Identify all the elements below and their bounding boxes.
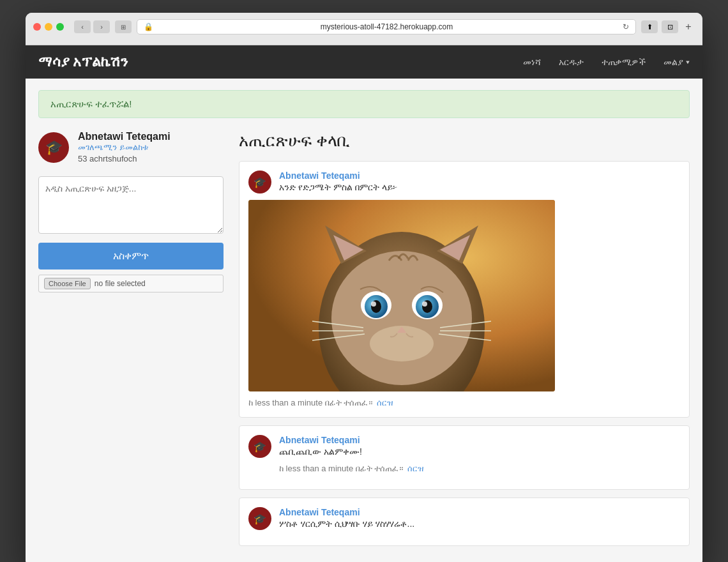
post-header-1: 🎓 Abnetawi Teteqami አንድ የድጋሜት ምስል በምርት ላ… (248, 171, 680, 194)
nav-link-home[interactable]: መነሻ (523, 57, 541, 68)
post-meta-2: Abnetawi Teteqami ጨቢጨቢው አልምቀሙ! ከ less th… (279, 435, 423, 474)
navbar-brand[interactable]: ማሳያ አፕልኬሽን (38, 54, 128, 70)
toolbar-right: ⬆ ⊡ + (641, 20, 695, 33)
navbar: ማሳያ አፕልኬሽን መነሻ አርዱታ ተጠቃሚዎች መልያ ▾ (26, 45, 702, 79)
post-author-3[interactable]: Abnetawi Teteqami (279, 507, 414, 517)
submit-button[interactable]: አስቀምጥ (38, 243, 224, 270)
post-avatar-icon-3: 🎓 (254, 513, 266, 525)
post-author-1[interactable]: Abnetawi Teteqami (279, 171, 397, 181)
browser-titlebar: ‹ › ⊞ 🔒 mysterious-atoll-47182.herokuapp… (33, 19, 695, 34)
navbar-links: መነሻ አርዱታ ተጠቃሚዎች መልያ ▾ (523, 57, 690, 68)
post-author-2[interactable]: Abnetawi Teteqami (279, 435, 423, 445)
nav-link-arduta[interactable]: አርዱታ (559, 57, 584, 68)
nav-buttons: ‹ › (74, 20, 110, 33)
maximize-button[interactable] (56, 23, 64, 31)
new-tab-button[interactable]: + (682, 20, 695, 33)
post-footer-2: ከ less than a minute በፊት ተሰጠፈ። ሰርዝ (279, 464, 423, 474)
alert-message: አጢርጽሁፍ ተፈጥሯል! (50, 98, 132, 109)
post-text-2: ጨቢጨቢው አልምቀሙ! (279, 446, 423, 457)
forward-button[interactable]: › (93, 20, 110, 33)
post-footer-1: ከ less than a minute በፊት ተሰጠፈ። ሰርዝ (248, 398, 680, 408)
feed-post-3: 🎓 Abnetawi Teteqami ሦስቶ ሃርሲምት ሲህሣቡ ሃይ ሃስ… (239, 497, 690, 546)
back-button[interactable]: ‹ (74, 20, 91, 33)
svg-point-15 (422, 301, 427, 307)
browser-chrome: ‹ › ⊞ 🔒 mysterious-atoll-47182.herokuapp… (26, 13, 702, 45)
close-button[interactable] (33, 23, 41, 31)
file-input-wrapper: Choose File no file selected (38, 275, 224, 292)
post-timestamp-2: ከ less than a minute በፊት ተሰጠፈ። (279, 464, 404, 474)
address-bar[interactable]: 🔒 mysterious-atoll-47182.herokuapp.com ↻ (137, 19, 636, 34)
post-avatar-1: 🎓 (248, 171, 271, 194)
file-no-selection: no file selected (95, 279, 146, 288)
avatar: 🎓 (38, 132, 69, 163)
post-avatar-3: 🎓 (248, 507, 271, 530)
post-delete-link-1[interactable]: ሰርዝ (377, 398, 393, 408)
user-profile: 🎓 Abnetawi Teteqami መገለጫሚን ይመልከቱ 53 achr… (38, 131, 224, 163)
post-textarea[interactable] (38, 176, 224, 234)
url-text: mysterious-atoll-47182.herokuapp.com (156, 22, 617, 31)
post-form: አስቀምጥ Choose File no file selected (38, 176, 224, 292)
success-alert: አጢርጽሁፍ ተፈጥሯል! (38, 90, 690, 118)
post-header-2: 🎓 Abnetawi Teteqami ጨቢጨቢው አልምቀሙ! ከ less … (248, 435, 680, 474)
feed-title: አጢርጽሁፍ ቀላቢ (239, 131, 690, 151)
reload-button[interactable]: ↻ (623, 22, 629, 31)
post-text-3: ሦስቶ ሃርሲምት ሲህሣቡ ሃይ ሃስሃሃሬቶ... (279, 519, 414, 529)
post-image-1 (248, 200, 555, 391)
feed-post-2: 🎓 Abnetawi Teteqami ጨቢጨቢው አልምቀሙ! ከ less … (239, 425, 690, 490)
browser-window: ‹ › ⊞ 🔒 mysterious-atoll-47182.herokuapp… (26, 13, 702, 562)
window-view-button[interactable]: ⊞ (115, 20, 132, 33)
cat-svg (248, 200, 555, 391)
post-avatar-icon-2: 🎓 (254, 441, 266, 453)
feed: አጢርጽሁፍ ቀላቢ 🎓 Abnetawi Teteqami አንድ የድጋሜት… (239, 131, 690, 554)
post-header-3: 🎓 Abnetawi Teteqami ሦስቶ ሃርሲምት ሲህሣቡ ሃይ ሃስ… (248, 507, 680, 530)
traffic-lights (33, 23, 64, 31)
user-count: 53 achrtshufoch (78, 154, 171, 163)
share-button[interactable]: ⬆ (641, 20, 658, 33)
svg-point-7 (331, 251, 472, 385)
nav-dropdown-melya[interactable]: መልያ ▾ (664, 57, 690, 68)
lock-icon: 🔒 (144, 22, 153, 31)
app-content: ማሳያ አፕልኬሽን መነሻ አርዱታ ተጠቃሚዎች መልያ ▾ አጢርጽሁፍ … (26, 45, 702, 562)
post-delete-link-2[interactable]: ሰርዝ (407, 464, 423, 474)
post-meta-1: Abnetawi Teteqami አንድ የድጋሜት ምስል በምርት ላይ፦ (279, 171, 397, 193)
user-name: Abnetawi Teteqami (78, 131, 171, 142)
post-avatar-icon-1: 🎓 (254, 176, 266, 188)
post-avatar-2: 🎓 (248, 435, 271, 458)
user-info: Abnetawi Teteqami መገለጫሚን ይመልከቱ 53 achrts… (78, 131, 171, 163)
choose-file-button[interactable]: Choose File (44, 278, 91, 289)
post-text-1: አንድ የድጋሜት ምስል በምርት ላይ፦ (279, 182, 397, 193)
main-layout: 🎓 Abnetawi Teteqami መገለጫሚን ይመልከቱ 53 achr… (26, 118, 702, 562)
feed-post-1: 🎓 Abnetawi Teteqami አንድ የድጋሜት ምስል በምርት ላ… (239, 161, 690, 418)
nav-link-users[interactable]: ተጠቃሚዎች (602, 57, 646, 68)
user-profile-link[interactable]: መገለጫሚን ይመልከቱ (78, 142, 171, 153)
post-meta-3: Abnetawi Teteqami ሦስቶ ሃርሲምት ሲህሣቡ ሃይ ሃስሃሃ… (279, 507, 414, 529)
sidebar: 🎓 Abnetawi Teteqami መገለጫሚን ይመልከቱ 53 achr… (38, 131, 224, 292)
minimize-button[interactable] (45, 23, 52, 31)
post-timestamp-1: ከ less than a minute በፊት ተሰጠፈ። (248, 398, 373, 408)
svg-point-14 (371, 301, 376, 307)
graduation-cap-icon: 🎓 (45, 139, 63, 156)
reader-view-button[interactable]: ⊡ (662, 20, 678, 33)
svg-point-23 (370, 326, 434, 361)
